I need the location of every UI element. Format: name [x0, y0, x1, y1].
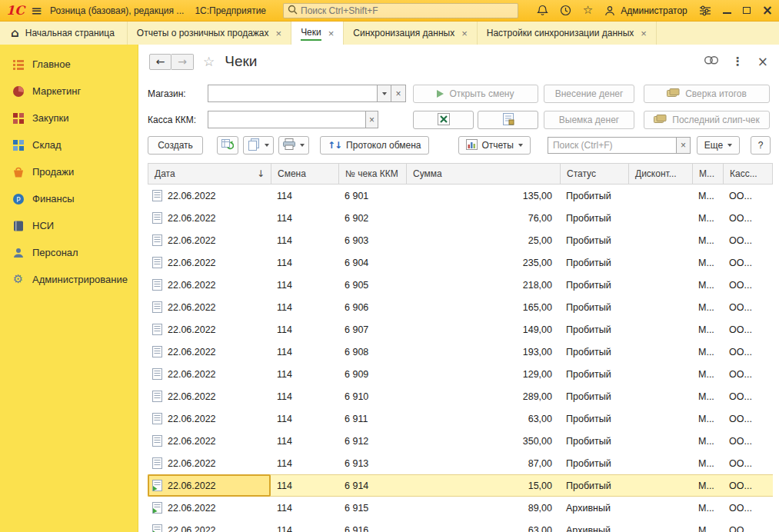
last-slip-button[interactable]: Последний слип-чек — [644, 111, 770, 129]
cell-sum: 235,00 — [406, 258, 560, 268]
table-row[interactable]: 22.06.2022 114 6 913 87,00 Пробитый М...… — [148, 452, 773, 474]
cell-store: М... — [692, 458, 723, 469]
sidebar-item-sales[interactable]: Продажи — [0, 158, 138, 185]
tab-data-sync[interactable]: Синхронизация данных — [344, 22, 477, 45]
table-row[interactable]: 22.06.2022 114 6 910 289,00 Пробитый М..… — [148, 385, 773, 407]
table-row[interactable]: 22.06.2022 114 6 915 89,00 Архивный М...… — [148, 497, 773, 519]
cell-kassa: ОО... — [723, 324, 773, 335]
report-chart-icon — [466, 139, 478, 152]
column-header-store[interactable]: М... — [693, 164, 724, 184]
kkm-clear-button[interactable] — [365, 111, 378, 128]
store-dropdown-button[interactable] — [377, 85, 391, 102]
table-row[interactable]: 22.06.2022 114 6 908 193,00 Пробитый М..… — [148, 341, 773, 363]
nav-back-button[interactable] — [149, 54, 171, 70]
cash-deposit-button[interactable]: Внесение денег — [544, 85, 634, 103]
cell-receipt-number: 6 912 — [338, 436, 406, 447]
service-settings-icon[interactable] — [699, 5, 711, 16]
sidebar-item-warehouse[interactable]: Склад — [0, 131, 138, 158]
create-button[interactable]: Создать — [148, 136, 203, 155]
cell-store: М... — [692, 191, 723, 201]
more-button[interactable]: Еще — [697, 136, 740, 155]
list-search-clear-button[interactable] — [677, 137, 691, 154]
user-avatar-icon[interactable] — [604, 5, 615, 16]
table-row[interactable]: 22.06.2022 114 6 911 63,00 Пробитый М...… — [148, 407, 773, 430]
store-input[interactable] — [208, 85, 377, 102]
favorite-star-icon[interactable] — [203, 55, 215, 68]
sidebar-item-admin[interactable]: Администрирование — [0, 266, 138, 293]
column-header-receipt-number[interactable]: № чека ККМ — [339, 164, 407, 184]
column-header-status[interactable]: Статус — [561, 164, 629, 184]
store-clear-button[interactable] — [391, 85, 406, 102]
refresh-button[interactable] — [217, 136, 238, 155]
table-row[interactable]: 22.06.2022 114 6 904 235,00 Пробитый М..… — [148, 251, 773, 274]
table-row[interactable]: 22.06.2022 114 6 901 135,00 Пробитый М..… — [148, 185, 773, 207]
table-row[interactable]: 22.06.2022 114 6 909 129,00 Пробитый М..… — [148, 363, 773, 385]
history-icon[interactable] — [560, 5, 571, 16]
refresh-icon — [221, 138, 234, 152]
list-search-input[interactable] — [548, 137, 677, 154]
tab-home[interactable]: Начальная страница — [0, 22, 128, 45]
favorites-star-icon[interactable] — [583, 5, 593, 16]
window-close-icon[interactable] — [762, 4, 773, 17]
help-button[interactable]: ? — [751, 136, 771, 155]
global-search-input[interactable] — [301, 5, 514, 16]
totals-check-button[interactable]: Сверка итогов — [644, 85, 770, 103]
cell-status: Пробитый — [560, 480, 628, 491]
table-row[interactable]: 22.06.2022 114 6 912 350,00 Пробитый М..… — [148, 430, 773, 452]
notifications-bell-icon[interactable] — [537, 5, 548, 16]
table-row[interactable]: 22.06.2022 114 6 905 218,00 Пробитый М..… — [148, 274, 773, 296]
kkm-journal-button[interactable] — [478, 111, 538, 129]
sidebar-item-staff[interactable]: Персонал — [0, 239, 138, 266]
kkm-input[interactable] — [208, 111, 365, 128]
maximize-icon[interactable] — [743, 7, 751, 14]
nav-forward-button[interactable] — [171, 54, 194, 70]
cash-withdrawal-button[interactable]: Выемка денег — [544, 111, 634, 129]
print-button[interactable] — [278, 136, 309, 155]
cell-receipt-number: 6 914 — [338, 480, 406, 491]
get-link-icon[interactable] — [704, 56, 718, 67]
copy-button[interactable] — [243, 136, 274, 155]
table-row[interactable]: 22.06.2022 114 6 903 25,00 Пробитый М...… — [148, 229, 773, 251]
sidebar-item-purchases[interactable]: Закупки — [0, 105, 138, 131]
tab-close-icon[interactable] — [641, 28, 647, 38]
cell-status: Пробитый — [560, 414, 628, 424]
global-search[interactable] — [283, 3, 518, 18]
column-header-discount-card[interactable]: Дисконт... — [629, 164, 693, 184]
reports-button[interactable]: Отчеты — [458, 136, 531, 155]
receipt-doc-icon — [152, 413, 162, 424]
table-row[interactable]: 22.06.2022 114 6 906 165,00 Пробитый М..… — [148, 296, 773, 318]
column-header-shift[interactable]: Смена — [271, 164, 339, 184]
cell-store: М... — [692, 436, 723, 447]
column-header-kassa[interactable]: Касс... — [724, 164, 772, 184]
exchange-protocol-button[interactable]: ↑↓ Протокол обмена — [320, 136, 429, 155]
open-shift-button[interactable]: Открыть смену — [413, 85, 538, 103]
tab-close-icon[interactable] — [461, 28, 468, 38]
sidebar-item-marketing[interactable]: Маркетинг — [0, 78, 138, 105]
cell-sum: 218,00 — [406, 280, 560, 291]
sidebar-item-finance[interactable]: Р Финансы — [0, 185, 138, 212]
tab-receipts[interactable]: Чеки — [291, 22, 344, 45]
sidebar-item-main[interactable]: Главное — [0, 51, 138, 78]
table-row[interactable]: 22.06.2022 114 6 916 63,00 Архивный М...… — [148, 519, 773, 532]
table-row[interactable]: 22.06.2022 114 6 902 76,00 Пробитый М...… — [148, 207, 773, 229]
table-row[interactable]: 22.06.2022 114 6 907 149,00 Пробитый М..… — [148, 318, 773, 341]
cell-status: Пробитый — [560, 324, 628, 335]
cell-store: М... — [692, 525, 723, 532]
cell-date: 22.06.2022 — [168, 503, 216, 514]
table-row[interactable]: 22.06.2022 114 6 914 15,00 Пробитый М...… — [148, 474, 773, 497]
main-menu-icon[interactable] — [31, 4, 42, 18]
tab-sync-settings[interactable]: Настройки синхронизации данных — [478, 22, 657, 45]
sidebar-item-nsi[interactable]: НСИ — [0, 212, 138, 239]
tab-close-icon[interactable] — [328, 28, 335, 38]
close-shift-button[interactable] — [413, 111, 474, 129]
column-header-sum[interactable]: Сумма — [407, 164, 561, 184]
form-more-icon[interactable] — [732, 56, 744, 68]
tab-close-icon[interactable] — [276, 28, 282, 38]
page-title: Чеки — [225, 53, 257, 70]
tab-retail-reports[interactable]: Отчеты о розничных продажах — [128, 22, 291, 45]
user-name[interactable]: Администратор — [621, 5, 687, 16]
minimize-icon[interactable] — [723, 8, 731, 14]
form-close-icon[interactable] — [757, 55, 768, 68]
column-header-date[interactable]: Дата ↓ — [148, 164, 271, 184]
cell-store: М... — [692, 280, 723, 291]
